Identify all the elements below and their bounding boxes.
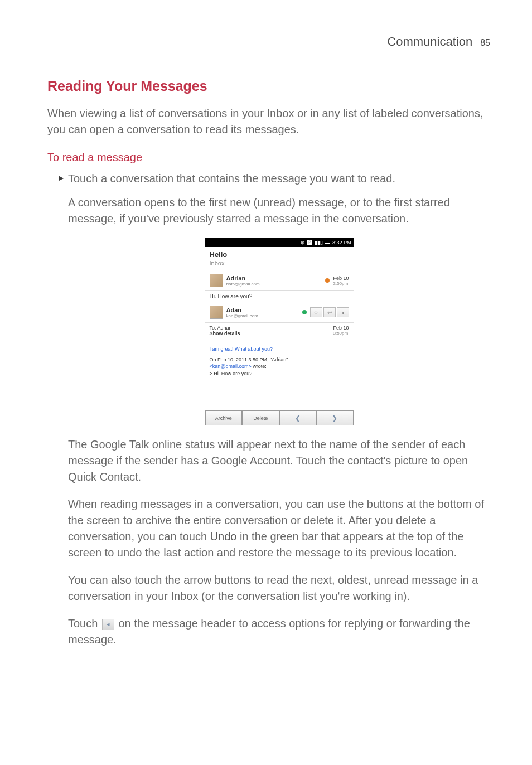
section-heading: Reading Your Messages	[47, 78, 490, 94]
sender-email: riaf5@gmail.com	[226, 282, 322, 287]
paragraph-4: You can also touch the arrow buttons to …	[68, 572, 490, 604]
status-dot-icon	[302, 310, 307, 314]
battery-icon: ▬	[325, 240, 330, 245]
undo-label: Undo	[210, 530, 237, 543]
sync-icon: ⊕	[301, 240, 305, 245]
conversation-title: Hello	[205, 247, 354, 260]
paragraph-5: Touch ◂ on the message header to access …	[68, 616, 490, 648]
sender-name: Adan	[226, 307, 299, 313]
para5-part-b: on the message header to access options …	[68, 617, 470, 646]
avatar[interactable]	[210, 274, 223, 287]
message-body: I am great! What about you? On Feb 10, 2…	[205, 340, 354, 382]
usb-icon: 🅿	[307, 240, 312, 245]
status-bar: ⊕ 🅿 ▮▮▯ ▬ 3:32 PM	[205, 238, 354, 247]
bottom-toolbar: Archive Delete ❮ ❯	[205, 410, 354, 425]
intro-paragraph: When viewing a list of conversations in …	[47, 105, 490, 138]
bullet-item: ▶ Touch a conversation that contains the…	[47, 171, 490, 187]
body-line: On Feb 10, 2011 3:50 PM, "Adrian"	[210, 356, 349, 364]
body-line: > Hi. How are you?	[210, 370, 349, 377]
header-title: Communication	[387, 35, 472, 49]
page-header: Communication 85	[47, 35, 490, 49]
paragraph-3: When reading messages in a conversation,…	[68, 496, 490, 561]
paragraph-1: A conversation opens to the first new (u…	[68, 195, 490, 227]
to-label: To:	[210, 325, 216, 331]
bullet-triangle-icon: ▶	[59, 174, 64, 182]
para5-part-a: Touch	[68, 617, 101, 630]
message-date: Feb 10	[333, 325, 349, 331]
star-button[interactable]: ☆	[310, 307, 322, 317]
sender-name: Adrian	[226, 275, 322, 282]
body-line: I am great! What about you?	[210, 346, 349, 353]
show-details-link[interactable]: Show details	[210, 331, 240, 336]
message-time: 3:50pm	[333, 281, 349, 286]
phone-screenshot: ⊕ 🅿 ▮▮▯ ▬ 3:32 PM Hello Inbox Adrian ria…	[68, 238, 490, 425]
options-button[interactable]: ◂	[337, 307, 349, 317]
to-name: Adrian	[217, 325, 232, 331]
body-wrote: wrote:	[252, 364, 267, 369]
message-date: Feb 10	[333, 275, 349, 281]
bullet-text: Touch a conversation that contains the m…	[68, 171, 395, 187]
paragraph-2: The Google Talk online status will appea…	[68, 437, 490, 485]
status-time: 3:32 PM	[332, 240, 351, 245]
message-details-row: To: Adrian Show details Feb 10 3:59pm	[205, 323, 354, 340]
header-divider	[47, 31, 490, 31]
reply-options-icon: ◂	[102, 619, 114, 630]
body-email-link[interactable]: <kan@gmail.com>	[210, 364, 252, 369]
page-number: 85	[480, 38, 490, 48]
sender-email: kan@gmail.com	[226, 313, 299, 318]
folder-label: Inbox	[205, 260, 354, 270]
message-subject: Hi. How are you?	[205, 291, 354, 302]
message-time: 3:59pm	[333, 331, 349, 336]
signal-icon: ▮▮▯	[315, 240, 323, 245]
message-header-1[interactable]: Adrian riaf5@gmail.com Feb 10 3:50pm	[205, 270, 354, 291]
reply-button[interactable]: ↩	[323, 307, 336, 317]
message-header-2[interactable]: Adan kan@gmail.com ☆ ↩ ◂	[205, 302, 354, 323]
prev-button[interactable]: ❮	[279, 411, 317, 425]
next-button[interactable]: ❯	[316, 411, 354, 425]
avatar[interactable]	[210, 306, 223, 319]
delete-button[interactable]: Delete	[242, 411, 279, 425]
sub-heading: To read a message	[47, 151, 490, 164]
status-dot-icon	[325, 278, 330, 283]
archive-button[interactable]: Archive	[205, 411, 243, 425]
